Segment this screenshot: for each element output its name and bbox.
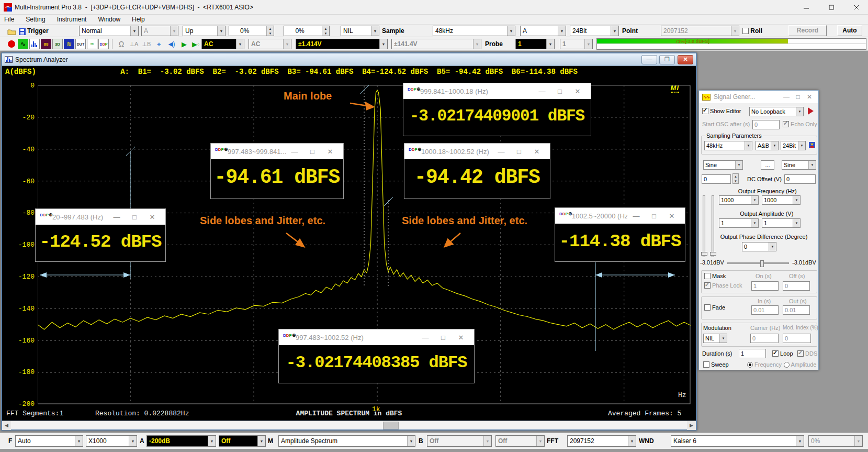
maximize-button[interactable]: □ [303, 148, 321, 156]
dut-icon[interactable]: DUT [75, 39, 86, 49]
sg-channels-dropdown[interactable]: A&B▼ [756, 141, 779, 150]
dc-offset-spinner[interactable]: ▲▼ [732, 173, 739, 184]
close-button[interactable]: ✕ [804, 93, 815, 101]
minimize-button[interactable]: — [108, 213, 126, 221]
cursor-reader-icon[interactable]: ⌖ [154, 39, 164, 49]
ddp-window-b2[interactable]: DDP⊕ 999.841~1000.18 (Hz) —□✕ -3.0217440… [403, 83, 591, 136]
close-button[interactable]: ✕ [452, 334, 470, 341]
minimize-button[interactable]: — [627, 212, 645, 220]
sg-bits-dropdown[interactable]: 24Bit▼ [781, 141, 806, 150]
spectrum-window-titlebar[interactable]: Spectrum Analyzer — ❐ ✕ [2, 53, 696, 66]
loop-checkbox-box[interactable] [772, 350, 779, 357]
maximize-button[interactable]: □ [434, 334, 452, 341]
range-a-dropdown[interactable]: ±1.414V▼ [296, 39, 388, 49]
frequency-multiplier-dropdown[interactable]: X1000▼ [86, 435, 137, 447]
maximize-button[interactable]: □ [645, 212, 663, 220]
sweep-checkbox-box[interactable] [703, 361, 709, 368]
dc-offset-b-input[interactable] [784, 174, 816, 184]
a-secondary-dropdown[interactable]: Off▼ [219, 435, 266, 447]
menu-setting[interactable]: Setting [26, 16, 45, 23]
roll-checkbox[interactable]: Roll [742, 27, 762, 35]
close-button[interactable]: ✕ [143, 213, 161, 221]
roll-checkbox-box[interactable] [742, 28, 749, 34]
multimeter-icon[interactable]: 88 [41, 39, 51, 49]
sample-channel-dropdown[interactable]: A▼ [520, 26, 566, 36]
ddp-viewer-icon[interactable]: DDP [98, 39, 109, 49]
minimize-button[interactable]: — [533, 87, 551, 95]
device-test-plan-icon[interactable]: ≈ [87, 39, 97, 49]
slider-handle[interactable] [710, 252, 716, 256]
slider-handle[interactable] [760, 260, 764, 267]
sweep-checkbox[interactable]: Sweep [703, 361, 729, 368]
restore-button[interactable]: ❐ [659, 55, 675, 64]
scroll-left-arrow-icon[interactable]: ◀ [2, 421, 11, 430]
maximize-button[interactable] [820, 0, 843, 15]
trigger-edge-dropdown[interactable]: Up▼ [183, 26, 226, 36]
start-generator-play-icon[interactable] [808, 107, 814, 115]
sweep-amplitude-radio[interactable]: Amplitude [784, 361, 816, 368]
ddp-titlebar[interactable]: DDP⊕ 20~997.483 (Hz) —□✕ [36, 209, 165, 225]
scrollbar-thumb[interactable] [383, 422, 399, 429]
minimize-button[interactable] [795, 0, 818, 15]
close-button[interactable]: ✕ [528, 148, 546, 156]
minimize-button[interactable]: — [416, 334, 434, 341]
minimize-button[interactable]: — [492, 148, 510, 156]
frequency-a-dropdown[interactable]: 1000▼ [719, 195, 759, 205]
menu-instrument[interactable]: Instrument [57, 16, 87, 23]
ddp-window-b3[interactable]: DDP⊕ 997.483~999.841... —□✕ -94.61 dBFS [210, 143, 344, 199]
ddp-titlebar[interactable]: DDP⊕ 1002.5~20000 (Hz) —□✕ [555, 208, 685, 224]
trigger-hpf-dropdown[interactable]: NIL▼ [341, 26, 379, 36]
close-button[interactable]: ✕ [678, 55, 693, 64]
frequency-b-dropdown[interactable]: 1000▼ [762, 195, 801, 205]
maximize-button[interactable]: □ [126, 213, 143, 221]
measurement-mode-dropdown[interactable]: Amplitude Spectrum▼ [278, 435, 415, 447]
ddp-titlebar[interactable]: DDP⊕ 997.483~999.841... —□✕ [211, 144, 343, 159]
minimize-button[interactable]: — [286, 148, 303, 156]
ddp-window-b6[interactable]: DDP⊕ 1002.5~20000 (Hz) —□✕ -114.38 dBFS [555, 207, 685, 262]
waveform-more-button[interactable]: ... [761, 160, 774, 170]
ddp-window-b1[interactable]: DDP⊕ 997.483~1002.52 (Hz) —□✕ -3.0217440… [278, 329, 475, 383]
scroll-right-arrow-icon[interactable]: ▶ [687, 421, 696, 430]
signal-generator-icon[interactable]: ∿ [18, 39, 28, 49]
fade-checkbox-box[interactable] [704, 304, 711, 311]
play-loop-icon[interactable]: ▶○ [190, 39, 201, 49]
maximize-button[interactable]: □ [551, 87, 569, 95]
dc-offset-a-input[interactable] [702, 174, 731, 184]
auto-button[interactable]: Auto [837, 25, 862, 36]
waveform-a-dropdown[interactable]: Sine▼ [703, 160, 743, 170]
menu-file[interactable]: File [4, 16, 14, 23]
menu-help[interactable]: Help [132, 16, 145, 23]
data-logger-icon[interactable]: ≋ [64, 39, 74, 49]
sample-rate-dropdown[interactable]: 48kHz▼ [433, 26, 515, 36]
waveform-b-dropdown[interactable]: Sine▼ [782, 160, 816, 170]
balance-slider[interactable] [727, 262, 789, 264]
save-icon[interactable] [17, 26, 27, 37]
coupling-a-dropdown[interactable]: AC▼ [201, 39, 244, 49]
show-editor-checkbox[interactable]: Show Editor [702, 108, 741, 114]
duration-input[interactable] [739, 349, 766, 358]
close-button[interactable]: ✕ [663, 212, 681, 220]
play-icon[interactable]: ▶ [179, 39, 189, 49]
sg-sample-rate-dropdown[interactable]: 48kHz▼ [704, 141, 752, 150]
maximize-button[interactable]: □ [792, 93, 804, 101]
output-level-a-slider[interactable] [703, 195, 705, 257]
slider-handle[interactable] [701, 252, 707, 256]
maximize-button[interactable]: □ [510, 148, 528, 156]
ddp-window-b5[interactable]: DDP⊕ 1000.18~1002.52 (Hz) —□✕ -94.42 dBF… [404, 143, 550, 199]
ddp-titlebar[interactable]: DDP⊕ 1000.18~1002.52 (Hz) —□✕ [404, 144, 550, 159]
open-file-icon[interactable] [6, 26, 17, 37]
spinner-arrows-icon[interactable]: ▲▼ [322, 26, 329, 36]
fft-size-dropdown[interactable]: 2097152▼ [567, 435, 636, 447]
a-range-dropdown[interactable]: -200dB▼ [146, 435, 216, 447]
ddp-titlebar[interactable]: DDP⊕ 997.483~1002.52 (Hz) —□✕ [279, 329, 474, 345]
close-button[interactable] [845, 0, 868, 15]
output-level-b-slider[interactable] [712, 195, 714, 257]
minimize-button[interactable]: — [641, 55, 657, 64]
trigger-delay-spinner[interactable]: 0%▲▼ [284, 26, 330, 36]
close-button[interactable]: ✕ [569, 87, 587, 95]
sweep-frequency-radio[interactable]: Frequency [747, 361, 782, 368]
ddp-titlebar[interactable]: DDP⊕ 999.841~1000.18 (Hz) —□✕ [403, 83, 591, 99]
loopback-dropdown[interactable]: No Loopback▼ [749, 107, 804, 116]
phase-difference-dropdown[interactable]: 0▼ [742, 242, 776, 251]
mask-checkbox[interactable]: Mask [704, 273, 726, 279]
